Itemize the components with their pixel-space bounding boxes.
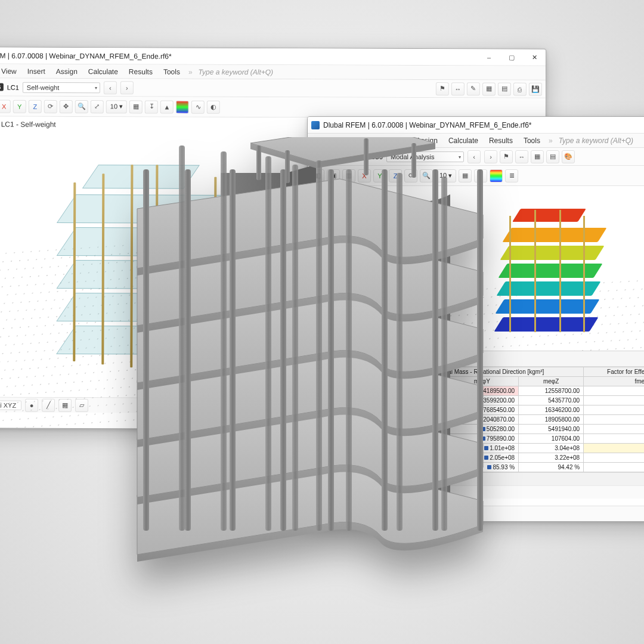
svg-rect-23 (230, 169, 236, 531)
cell[interactable]: 16346200.00 (519, 405, 584, 415)
svg-rect-27 (432, 169, 438, 531)
titlebar: Dlubal RFEM | 6.07.0008 | Webinar_DYNAM_… (308, 117, 644, 134)
menu-calculate[interactable]: Calculate (83, 66, 123, 78)
cell[interactable] (584, 463, 644, 472)
close-button[interactable]: ✕ (523, 49, 546, 66)
palette-icon[interactable]: 🎨 (562, 150, 575, 163)
svg-rect-13 (441, 177, 447, 531)
toolbar-loadcase: ▦ 🗀 G LC1 Self-weight ▾ ‹ › ⚑ ↔ ✎ ▦ ▤ ⎙ … (0, 78, 546, 98)
cell[interactable]: 0.955 (584, 444, 644, 453)
iso-surf-icon[interactable]: ◐ (207, 100, 220, 113)
svg-rect-26 (382, 169, 388, 531)
cell[interactable]: 3.04e+08 (519, 444, 584, 453)
cell[interactable]: 5491940.00 (519, 425, 584, 434)
th-fmex[interactable]: fmeX (584, 377, 644, 386)
cell[interactable]: 0.005 (584, 425, 644, 434)
cell[interactable]: 18905800.00 (519, 415, 584, 425)
section-icon[interactable]: ▤ (498, 82, 511, 95)
annot-icon[interactable]: ✎ (467, 82, 480, 95)
menu-insert[interactable]: Insert (23, 65, 50, 77)
menu-tools[interactable]: Tools (519, 135, 545, 147)
cell[interactable]: 12558700.00 (519, 386, 584, 396)
loads-icon[interactable]: ↧ (145, 100, 158, 113)
cell[interactable]: 0.085 (584, 386, 644, 396)
grid-icon[interactable]: ▦ (482, 82, 496, 95)
svg-rect-11 (256, 145, 261, 180)
svg-rect-14 (397, 173, 402, 531)
minimize-button[interactable]: – (478, 49, 500, 66)
th-mezr[interactable]: meφZ (519, 377, 584, 386)
svg-rect-18 (265, 156, 271, 531)
svg-rect-24 (280, 169, 286, 531)
title-text: Dlubal RFEM | 6.07.0008 | Webinar_DYNAM_… (323, 121, 532, 129)
results-color-icon[interactable] (176, 100, 189, 113)
save-icon[interactable]: 💾 (529, 82, 542, 95)
print-icon[interactable]: ⎙ (513, 82, 527, 95)
axis-z-icon[interactable]: Z (29, 100, 42, 113)
menu-tools[interactable]: Tools (159, 66, 185, 78)
svg-rect-19 (221, 151, 227, 531)
svg-rect-21 (143, 169, 149, 531)
svg-rect-17 (316, 160, 322, 531)
menu-view[interactable]: View (0, 65, 21, 77)
prev-lc-icon[interactable]: ‹ (104, 81, 117, 94)
grid-icon[interactable]: ▦ (531, 150, 544, 163)
cell[interactable]: 107604.00 (519, 434, 584, 444)
svg-rect-16 (292, 165, 298, 531)
cell[interactable]: 0.040 (584, 415, 644, 425)
zoom-icon[interactable]: 🔍 (75, 100, 88, 113)
lc-name-dropdown[interactable]: Self-weight ▾ (23, 82, 100, 92)
next-lc-icon[interactable]: › (120, 81, 134, 94)
cell[interactable]: 94.42 % (519, 463, 584, 472)
rotate-icon[interactable]: ⟳ (44, 100, 57, 113)
tag-icon[interactable]: ⚑ (436, 82, 449, 95)
lc-id: LC1 (7, 83, 19, 91)
axis-y-icon[interactable]: Y (13, 100, 26, 113)
svg-rect-12 (411, 143, 416, 178)
title-text: Dlubal RFEM | 6.07.0008 | Webinar_DYNAM_… (0, 51, 172, 60)
maximize-button[interactable]: ▢ (500, 49, 523, 66)
svg-rect-10 (364, 138, 369, 175)
deform-icon[interactable]: ∿ (191, 100, 205, 113)
fit-icon[interactable]: ⤢ (91, 100, 104, 113)
menu-assign[interactable]: Assign (51, 65, 82, 77)
chevron-down-icon: ▾ (95, 85, 97, 90)
menu-more-icon[interactable]: » (188, 67, 193, 76)
cell[interactable] (584, 453, 644, 463)
lc-name-label: Self-weight (27, 83, 59, 91)
svg-rect-22 (185, 169, 191, 531)
svg-rect-15 (346, 169, 352, 531)
svg-rect-20 (179, 145, 185, 531)
menubar: File Edit View Insert Assign Calculate R… (0, 64, 546, 80)
titlebar: Dlubal RFEM | 6.07.0008 | Webinar_DYNAM_… (0, 47, 546, 66)
menu-more-icon[interactable]: » (549, 137, 553, 145)
supports-icon[interactable]: ▲ (160, 100, 174, 113)
building-svg (101, 137, 519, 566)
search-input[interactable]: Type a keyword (Alt+Q) (199, 67, 274, 76)
toolbar-view: ◧ ▣ ▥ X Y Z ⟳ ✥ 🔍 ⤢ 10 ▾ ▦ ↧ ▲ ∿ ◐ (0, 96, 546, 119)
th-factor[interactable]: Factor for Effective Mod… (584, 367, 644, 377)
section-icon[interactable]: ▤ (546, 150, 559, 163)
cell[interactable]: 0.030 (584, 434, 644, 444)
cell[interactable]: 5435770.00 (519, 396, 584, 405)
axis-x-icon[interactable]: X (0, 100, 11, 113)
layer-10-icon[interactable]: 10 ▾ (106, 100, 127, 113)
lc-code-badge: G (0, 83, 4, 91)
doc-caption: LC1 - Self-weight (1, 120, 56, 129)
mesh-icon[interactable]: ▦ (129, 100, 143, 113)
dim-icon[interactable]: ↔ (451, 82, 465, 95)
cell[interactable]: 0.015 (584, 405, 644, 415)
app-icon (311, 121, 320, 129)
svg-rect-25 (328, 169, 334, 531)
svg-rect-28 (477, 169, 483, 531)
pan-icon[interactable]: ✥ (60, 100, 73, 113)
search-input[interactable]: Type a keyword (Alt+Q) (559, 137, 633, 145)
cell[interactable]: 0.015 (584, 396, 644, 405)
model-render-foreground (101, 137, 519, 566)
menu-results[interactable]: Results (124, 66, 157, 78)
cell[interactable]: 3.22e+08 (519, 453, 584, 463)
